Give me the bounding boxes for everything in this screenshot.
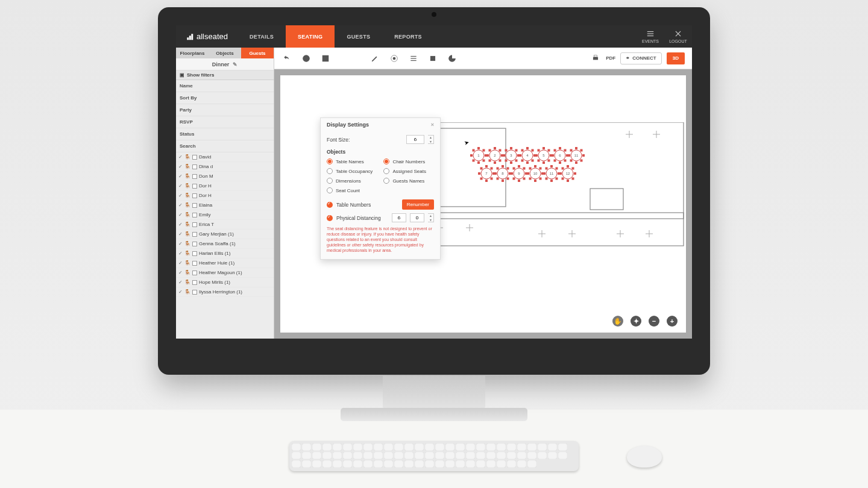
pdf-label[interactable]: PDF — [606, 55, 615, 61]
svg-rect-10 — [410, 58, 416, 58]
svg-rect-143 — [529, 177, 532, 180]
nav-details[interactable]: DETAILS — [237, 25, 286, 48]
guest-list: ✓🪑David✓🪑Dina d✓🪑Don M✓🪑Dor H✓🪑Dor H✓🪑El… — [176, 152, 274, 339]
center-icon[interactable]: ✦ — [631, 316, 641, 327]
svg-rect-113 — [480, 177, 483, 180]
guest-row[interactable]: ✓🪑Gary Merjian (1) — [176, 230, 274, 239]
guest-row[interactable]: ✓🪑Don M — [176, 172, 274, 181]
svg-point-5 — [303, 55, 310, 62]
floorplan-canvas[interactable]: 12345611789101112 ✋ ✦ − + — [280, 75, 686, 333]
svg-rect-94 — [552, 154, 554, 157]
tab-objects[interactable]: Objects — [209, 48, 241, 58]
pie-icon[interactable] — [447, 53, 458, 64]
distance-feet-input[interactable] — [392, 213, 406, 222]
zoom-out-icon[interactable]: − — [649, 316, 659, 327]
edit-icon[interactable]: ✎ — [233, 61, 237, 67]
svg-rect-41 — [482, 159, 485, 161]
svg-rect-42 — [477, 161, 480, 164]
radio-chair-numbers[interactable] — [383, 158, 389, 164]
pencil-icon[interactable] — [370, 53, 380, 64]
guest-row[interactable]: ✓🪑Ilyssa Herrington (1) — [176, 287, 274, 297]
nav-guests[interactable]: GUESTS — [335, 25, 382, 48]
nav-events[interactable]: EVENTS — [637, 25, 664, 48]
zoom-in-icon[interactable]: + — [667, 316, 678, 327]
close-icon[interactable]: × — [431, 122, 434, 128]
3d-button[interactable]: 3D — [667, 52, 685, 64]
radio-seat-count[interactable] — [327, 187, 333, 193]
app-screen: allseated DETAILS SEATING GUESTS REPORTS… — [176, 25, 692, 339]
filter-party[interactable]: Party — [176, 104, 274, 116]
svg-rect-116 — [485, 165, 488, 167]
svg-rect-145 — [529, 167, 532, 170]
print-icon[interactable] — [590, 53, 601, 64]
radio-table-names[interactable] — [327, 158, 333, 164]
guest-row[interactable]: ✓🪑David — [176, 152, 274, 162]
gear-icon[interactable] — [389, 53, 400, 64]
svg-rect-134 — [511, 172, 513, 175]
radio-table-occupancy[interactable] — [327, 168, 333, 174]
filter-sortby[interactable]: Sort By — [176, 92, 274, 104]
square-icon[interactable] — [427, 53, 438, 64]
guest-row[interactable]: ✓🪑Dor H — [176, 191, 274, 201]
filter-status[interactable]: Status — [176, 128, 274, 140]
toggle-physical-distancing[interactable] — [327, 215, 333, 221]
guest-row[interactable]: ✓🪑Dor H — [176, 181, 274, 191]
guest-row[interactable]: ✓🪑Hope Mirlis (1) — [176, 278, 274, 287]
pan-icon[interactable]: ✋ — [612, 316, 623, 327]
sidebar: Floorplans Objects Guests Dinner ✎ ▣ Sho… — [176, 48, 274, 339]
tab-guests[interactable]: Guests — [241, 48, 274, 58]
svg-rect-93 — [554, 159, 556, 161]
svg-rect-147 — [539, 167, 541, 170]
svg-rect-95 — [554, 149, 556, 152]
svg-rect-146 — [534, 165, 536, 167]
undo-icon[interactable] — [281, 53, 292, 64]
radio-dimensions[interactable] — [327, 178, 333, 184]
guest-row[interactable]: ✓🪑Heather Huie (1) — [176, 258, 274, 268]
guest-row[interactable]: ✓🪑Harlan Ellis (1) — [176, 249, 274, 258]
connect-button[interactable]: ⚭ CONNECT — [620, 52, 662, 64]
nav-seating[interactable]: SEATING — [286, 25, 335, 48]
info-icon[interactable] — [301, 53, 312, 64]
tab-floorplans[interactable]: Floorplans — [176, 48, 209, 58]
guest-row[interactable]: ✓🪑Erica T — [176, 220, 274, 230]
svg-rect-64 — [503, 154, 505, 157]
nav-logout[interactable]: LOGOUT — [664, 25, 692, 48]
guest-row[interactable]: ✓🪑Dina d — [176, 162, 274, 172]
distance-inches-input[interactable] — [410, 213, 424, 222]
show-filters-toggle[interactable]: ▣ Show filters — [176, 70, 274, 80]
distance-stepper[interactable]: ▲▼ — [428, 213, 434, 222]
keyboard — [289, 441, 579, 471]
monitor-bezel: allseated DETAILS SEATING GUESTS REPORTS… — [158, 7, 710, 375]
svg-rect-46 — [477, 147, 480, 149]
svg-rect-133 — [513, 177, 515, 180]
list-icon[interactable] — [408, 53, 419, 64]
svg-rect-151 — [555, 177, 558, 180]
toggle-table-numbers[interactable] — [327, 202, 333, 208]
svg-rect-12 — [430, 55, 435, 60]
svg-rect-163 — [562, 177, 564, 180]
svg-rect-153 — [546, 177, 548, 180]
guest-row[interactable]: ✓🪑Genna Scaffa (1) — [176, 239, 274, 249]
filter-rsvp[interactable]: RSVP — [176, 116, 274, 128]
filter-search[interactable]: Search — [176, 140, 274, 152]
guest-row[interactable]: ✓🪑Heather Magoun (1) — [176, 268, 274, 278]
font-size-input[interactable] — [406, 135, 424, 144]
guest-row[interactable]: ✓🪑Elaina — [176, 201, 274, 210]
svg-rect-112 — [485, 180, 488, 182]
physical-label: Physical Distancing — [336, 215, 388, 221]
svg-rect-53 — [489, 159, 491, 161]
guest-row[interactable]: ✓🪑Emily — [176, 210, 274, 220]
radio-assigned-seats[interactable] — [383, 168, 389, 174]
logo[interactable]: allseated — [176, 32, 237, 41]
font-size-stepper[interactable]: ▲▼ — [428, 135, 434, 144]
nav-reports[interactable]: REPORTS — [382, 25, 434, 48]
event-title-bar: Dinner ✎ — [176, 58, 274, 70]
filter-name[interactable]: Name — [176, 80, 274, 92]
grid-icon[interactable] — [320, 53, 331, 64]
svg-rect-132 — [518, 180, 520, 182]
renumber-button[interactable]: Renumber — [402, 199, 434, 210]
svg-rect-105 — [570, 149, 573, 152]
display-settings-popup: Display Settings × Font Size: ▲▼ — [320, 117, 441, 260]
radio-guests-names[interactable] — [383, 178, 389, 184]
svg-rect-167 — [571, 167, 574, 170]
